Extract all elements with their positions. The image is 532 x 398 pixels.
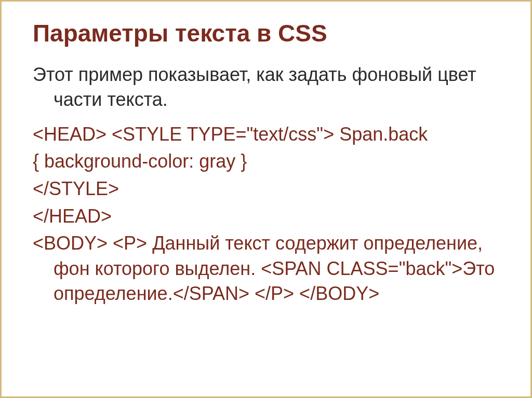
code-line-3: </STYLE> [33,176,499,202]
slide-title: Параметры текста в CSS [33,20,499,47]
code-line-2: { background-color: gray } [33,149,499,174]
intro-text: Этот пример показывает, как задать фонов… [33,62,499,113]
code-line-1: <HEAD> <STYLE TYPE="text/css"> Span.back [33,122,499,147]
slide-content: Этот пример показывает, как задать фонов… [33,62,499,307]
slide-frame: Параметры текста в CSS Этот пример показ… [0,0,532,398]
code-line-4: </HEAD> [33,204,499,229]
code-line-5: <BODY> <P> Данный текст содержит определ… [33,231,499,307]
